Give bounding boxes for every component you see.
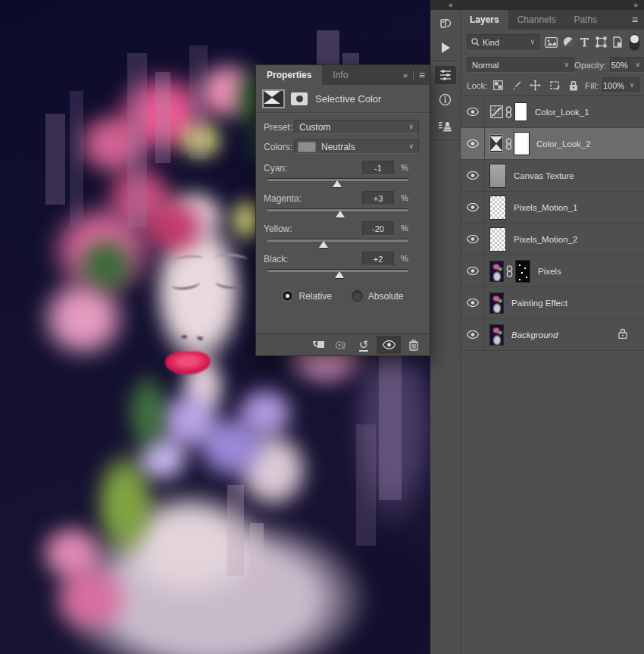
cyan-slider-track[interactable] — [267, 179, 408, 181]
visibility-toggle-icon[interactable] — [377, 336, 401, 354]
blend-mode-dropdown[interactable]: Normal ∨ — [467, 57, 574, 73]
selective-color-thumbnail[interactable] — [489, 134, 503, 153]
delete-adjustment-icon[interactable] — [404, 336, 424, 354]
yellow-slider-track[interactable] — [267, 239, 408, 242]
layer-thumbnail[interactable] — [489, 196, 506, 220]
link-icon — [505, 138, 512, 150]
lock-position-icon[interactable] — [530, 80, 541, 91]
yellow-value-field[interactable]: -20 — [362, 221, 394, 236]
filter-kind-dropdown[interactable]: Kind ∨ — [467, 34, 539, 51]
clone-source-icon[interactable] — [435, 117, 456, 136]
layer-mask-thumbnail-selected[interactable] — [514, 133, 529, 155]
collapse-panels-right-icon[interactable]: » — [633, 0, 638, 10]
magenta-slider-track[interactable] — [267, 209, 408, 211]
layer-name[interactable]: Canvas Texture — [514, 171, 574, 180]
layer-thumbnail[interactable] — [489, 227, 506, 252]
layer-row[interactable]: Canvas Texture — [461, 160, 644, 192]
reset-icon[interactable]: ↺ — [354, 336, 374, 354]
toggle-knob — [630, 35, 639, 43]
visibility-toggle[interactable] — [461, 160, 485, 191]
black-slider-track[interactable] — [267, 270, 408, 272]
curves-adjustment-thumbnail[interactable] — [489, 102, 503, 121]
layer-mask-thumbnail[interactable] — [515, 260, 530, 283]
layer-thumbnail[interactable] — [489, 164, 506, 188]
colors-dropdown[interactable]: Neutrals ∨ — [294, 139, 419, 154]
panel-menu-icon[interactable]: ≡ — [419, 69, 425, 81]
cyan-value-field[interactable]: -1 — [362, 161, 394, 175]
layer-row[interactable]: Pixels_Motion_2 — [461, 224, 644, 255]
tab-layers[interactable]: Layers — [461, 10, 508, 30]
magenta-slider-thumb[interactable] — [336, 211, 345, 217]
collapse-panels-left-icon[interactable]: « — [449, 0, 453, 10]
radio-absolute[interactable]: Absolute — [352, 290, 404, 302]
layer-name[interactable]: Painting Effect — [511, 299, 567, 308]
layer-row[interactable]: Background — [461, 319, 644, 351]
layer-name[interactable]: Color_Look_1 — [535, 108, 589, 117]
link-icon — [505, 106, 512, 118]
tab-properties[interactable]: Properties — [256, 65, 322, 85]
layer-row[interactable]: Painting Effect — [461, 287, 644, 319]
filter-smart-objects-icon[interactable] — [612, 36, 623, 48]
clip-to-layer-icon[interactable] — [308, 336, 328, 354]
mask-icon[interactable] — [291, 92, 308, 105]
magenta-value-field[interactable]: +3 — [362, 191, 394, 205]
colors-row: Colors: Neutrals ∨ — [262, 139, 424, 155]
filter-shape-layers-icon[interactable] — [596, 36, 607, 48]
layer-mask-thumbnail[interactable] — [514, 102, 527, 121]
lock-row: Lock: Fill: 100% ∨ — [461, 75, 644, 96]
tab-channels[interactable]: Channels — [508, 10, 565, 30]
fill-dropdown-button[interactable]: ∨ — [624, 78, 639, 92]
layer-row[interactable]: Color_Look_1 — [461, 96, 644, 128]
filter-adjustment-layers-icon[interactable] — [563, 36, 574, 48]
lock-all-icon[interactable] — [569, 80, 578, 91]
radio-relative[interactable]: Relative — [282, 290, 331, 302]
lock-buttons — [493, 80, 578, 91]
layer-name[interactable]: Pixels_Motion_2 — [514, 235, 577, 244]
layer-row[interactable]: Color_Look_2 — [461, 128, 644, 160]
visibility-toggle[interactable] — [461, 96, 485, 127]
strip-group — [430, 140, 460, 149]
lock-transparency-icon[interactable] — [493, 80, 503, 90]
lock-artboard-icon[interactable] — [549, 80, 561, 90]
layer-name[interactable]: Background — [511, 330, 558, 340]
lock-pixels-icon[interactable] — [511, 80, 521, 90]
layer-row[interactable]: Pixels — [461, 255, 644, 287]
divider — [413, 70, 414, 80]
tab-paths[interactable]: Paths — [564, 10, 606, 30]
lock-label: Lock: — [467, 81, 488, 90]
visibility-toggle[interactable] — [461, 319, 485, 350]
filter-toggle-switch[interactable] — [630, 34, 639, 51]
visibility-toggle[interactable] — [461, 255, 485, 286]
visibility-toggle[interactable] — [461, 192, 485, 223]
opacity-field[interactable]: 50% ∨ — [610, 57, 644, 73]
filter-pixel-layers-icon[interactable] — [545, 37, 558, 48]
layer-thumbnail[interactable] — [489, 261, 504, 282]
fill-field[interactable]: 100% ∨ — [602, 77, 639, 93]
filter-type-layers-icon[interactable] — [580, 37, 589, 47]
black-slider-thumb[interactable] — [335, 271, 344, 278]
black-value-field[interactable]: +2 — [362, 252, 394, 266]
cyan-slider-thumb[interactable] — [333, 180, 342, 187]
colors-value: Neutrals — [321, 142, 355, 152]
layer-name[interactable]: Color_Look_2 — [536, 139, 591, 149]
tab-info[interactable]: Info — [322, 65, 358, 85]
layer-name[interactable]: Pixels — [538, 267, 561, 276]
radio-dot — [352, 290, 363, 302]
layer-row[interactable]: Pixels_Motion_1 — [461, 192, 644, 224]
visibility-toggle[interactable] — [461, 128, 485, 159]
layer-name[interactable]: Pixels_Motion_1 — [514, 203, 577, 212]
history-icon[interactable] — [435, 14, 456, 33]
visibility-toggle[interactable] — [461, 224, 485, 255]
preset-dropdown[interactable]: Custom ∨ — [294, 120, 419, 134]
properties-icon[interactable] — [435, 66, 456, 84]
yellow-slider-thumb[interactable] — [319, 241, 328, 248]
layer-thumbnail[interactable] — [489, 324, 504, 346]
panel-menu-icon[interactable]: ≡ — [632, 10, 638, 30]
info-icon[interactable] — [435, 90, 456, 108]
view-previous-state-icon[interactable] — [331, 336, 351, 354]
actions-icon[interactable] — [435, 39, 456, 57]
visibility-toggle[interactable] — [461, 287, 485, 318]
opacity-dropdown-button[interactable]: ∨ — [628, 58, 644, 72]
collapse-panel-icon[interactable]: » — [403, 70, 408, 80]
layer-thumbnail[interactable] — [489, 293, 504, 314]
